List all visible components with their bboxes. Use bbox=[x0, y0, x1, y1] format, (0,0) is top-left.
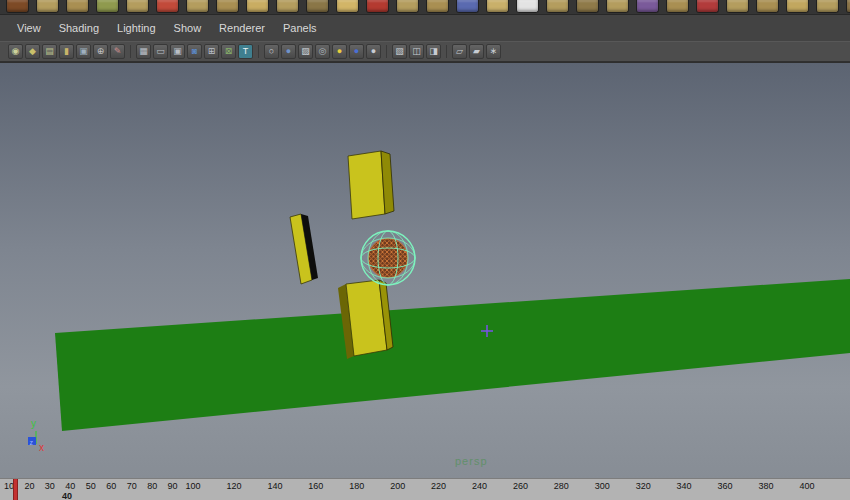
snapshot-a-icon[interactable]: ▱ bbox=[452, 44, 467, 59]
isolate-select-icon[interactable]: ▧ bbox=[392, 44, 407, 59]
use-all-lights-icon-glyph: ● bbox=[337, 47, 342, 56]
shelf-icon[interactable] bbox=[846, 0, 850, 13]
nurbs-sphere[interactable] bbox=[361, 231, 415, 285]
frame-tick: 120 bbox=[227, 481, 242, 491]
shelf-icon[interactable] bbox=[126, 0, 149, 13]
shelf-icon[interactable] bbox=[336, 0, 359, 13]
yellow-box-bottom[interactable] bbox=[338, 280, 393, 359]
pan-zoom-icon-glyph: ⊕ bbox=[97, 47, 105, 56]
resolution-gate-icon[interactable]: ▣ bbox=[170, 44, 185, 59]
menu-panels[interactable]: Panels bbox=[274, 18, 326, 38]
wireframe-icon[interactable]: ○ bbox=[264, 44, 279, 59]
shelf-icon[interactable] bbox=[156, 0, 179, 13]
shelf-icon[interactable] bbox=[516, 0, 539, 13]
shelf-icon[interactable] bbox=[486, 0, 509, 13]
pan-zoom-icon[interactable]: ⊕ bbox=[93, 44, 108, 59]
shelf-icon[interactable] bbox=[576, 0, 599, 13]
grid-icon-glyph: ▦ bbox=[139, 47, 148, 56]
shelf-icon[interactable] bbox=[96, 0, 119, 13]
image-plane-icon-glyph: ▣ bbox=[79, 47, 88, 56]
frame-tick: 140 bbox=[267, 481, 282, 491]
range-start-label: 40 bbox=[62, 491, 72, 500]
shelf-icon[interactable] bbox=[636, 0, 659, 13]
frame-tick: 50 bbox=[86, 481, 96, 491]
shadows-icon[interactable]: ● bbox=[349, 44, 364, 59]
ambient-occlusion-icon[interactable]: ● bbox=[366, 44, 381, 59]
frame-tick: 90 bbox=[168, 481, 178, 491]
grease-pencil-icon[interactable]: ✎ bbox=[110, 44, 125, 59]
gate-mask-icon[interactable]: ◙ bbox=[187, 44, 202, 59]
frame-tick: 70 bbox=[127, 481, 137, 491]
viewport-canvas[interactable]: y z x persp bbox=[0, 62, 850, 478]
camera-attributes-icon[interactable]: ▤ bbox=[42, 44, 57, 59]
menu-shading[interactable]: Shading bbox=[50, 18, 108, 38]
menu-renderer[interactable]: Renderer bbox=[210, 18, 274, 38]
use-all-lights-icon[interactable]: ● bbox=[332, 44, 347, 59]
image-plane-icon[interactable]: ▣ bbox=[76, 44, 91, 59]
snapshot-b-icon[interactable]: ▰ bbox=[469, 44, 484, 59]
frame-tick: 80 bbox=[147, 481, 157, 491]
time-slider[interactable]: 1020304050607080901001201401601802002202… bbox=[0, 478, 850, 500]
default-material-icon[interactable]: ◎ bbox=[315, 44, 330, 59]
select-camera-icon[interactable]: ◉ bbox=[8, 44, 23, 59]
shelf-strip bbox=[0, 0, 850, 15]
smooth-shade-icon[interactable]: ● bbox=[281, 44, 296, 59]
shelf-icon[interactable] bbox=[816, 0, 839, 13]
time-slider-ticks: 1020304050607080901001201401601802002202… bbox=[0, 479, 850, 500]
shelf-icon[interactable] bbox=[546, 0, 569, 13]
shelf-icon[interactable] bbox=[216, 0, 239, 13]
bookmark-icon[interactable]: ▮ bbox=[59, 44, 74, 59]
shelf-icon[interactable] bbox=[66, 0, 89, 13]
current-time-marker[interactable] bbox=[13, 479, 18, 500]
frame-tick: 280 bbox=[554, 481, 569, 491]
toolbar-separator bbox=[258, 45, 259, 58]
shelf-icon[interactable] bbox=[426, 0, 449, 13]
shelf-icon[interactable] bbox=[396, 0, 419, 13]
film-gate-icon[interactable]: ▭ bbox=[153, 44, 168, 59]
shelf-icon[interactable] bbox=[276, 0, 299, 13]
shelf-icon[interactable] bbox=[456, 0, 479, 13]
shelf-icon[interactable] bbox=[786, 0, 809, 13]
shelf-icon[interactable] bbox=[186, 0, 209, 13]
safe-title-icon-glyph: T bbox=[243, 47, 249, 56]
safe-action-icon[interactable]: ⊠ bbox=[221, 44, 236, 59]
yellow-box-thin[interactable] bbox=[290, 214, 318, 284]
menu-view[interactable]: View bbox=[8, 18, 50, 38]
camera-attributes-icon-glyph: ▤ bbox=[45, 47, 54, 56]
shelf-icon[interactable] bbox=[6, 0, 29, 13]
safe-title-icon[interactable]: T bbox=[238, 44, 253, 59]
shelf-icon[interactable] bbox=[306, 0, 329, 13]
maya-viewport-panel: ViewShadingLightingShowRendererPanels ◉◆… bbox=[0, 0, 850, 500]
xray-joints-icon[interactable]: ◨ bbox=[426, 44, 441, 59]
isolate-select-icon-glyph: ▧ bbox=[395, 47, 404, 56]
textured-icon-glyph: ▨ bbox=[301, 47, 310, 56]
shelf-icon[interactable] bbox=[246, 0, 269, 13]
lock-camera-icon[interactable]: ◆ bbox=[25, 44, 40, 59]
xray-icon[interactable]: ◫ bbox=[409, 44, 424, 59]
grid-icon[interactable]: ▦ bbox=[136, 44, 151, 59]
textured-icon[interactable]: ▨ bbox=[298, 44, 313, 59]
menu-show[interactable]: Show bbox=[165, 18, 211, 38]
ground-plane[interactable] bbox=[55, 279, 850, 431]
shelf-icon[interactable] bbox=[606, 0, 629, 13]
grease-pencil-icon-glyph: ✎ bbox=[114, 47, 122, 56]
yellow-box-top[interactable] bbox=[348, 151, 394, 219]
shelf-icon[interactable] bbox=[366, 0, 389, 13]
lock-camera-icon-glyph: ◆ bbox=[29, 47, 36, 56]
shelf-icon[interactable] bbox=[756, 0, 779, 13]
frame-tick: 100 bbox=[186, 481, 201, 491]
frame-tick: 40 bbox=[65, 481, 75, 491]
shelf-icon[interactable] bbox=[36, 0, 59, 13]
share-icon-glyph: ∗ bbox=[490, 47, 498, 56]
axis-y-label: y bbox=[31, 418, 36, 429]
field-chart-icon[interactable]: ⊞ bbox=[204, 44, 219, 59]
menu-lighting[interactable]: Lighting bbox=[108, 18, 165, 38]
panel-menubar: ViewShadingLightingShowRendererPanels bbox=[0, 15, 850, 41]
shelf-icon[interactable] bbox=[696, 0, 719, 13]
scene-svg[interactable]: y z x persp bbox=[0, 63, 850, 479]
frame-tick: 340 bbox=[677, 481, 692, 491]
shelf-icon[interactable] bbox=[726, 0, 749, 13]
share-icon[interactable]: ∗ bbox=[486, 44, 501, 59]
xray-joints-icon-glyph: ◨ bbox=[429, 47, 438, 56]
shelf-icon[interactable] bbox=[666, 0, 689, 13]
